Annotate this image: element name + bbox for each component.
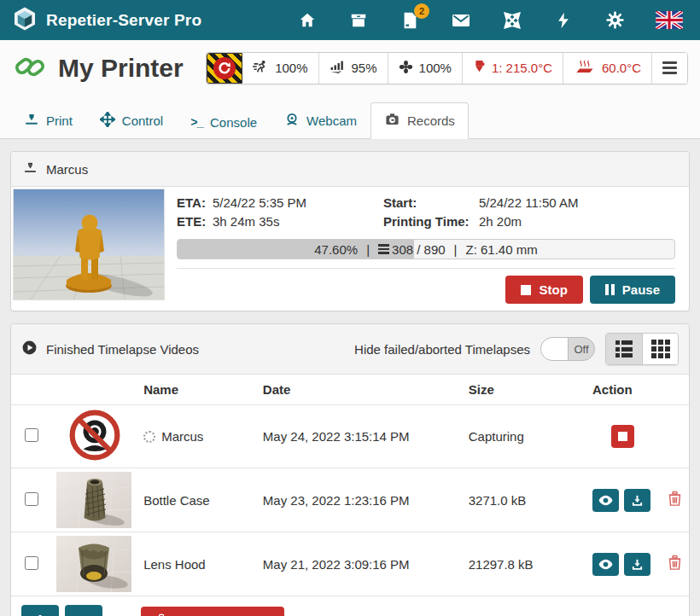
heated-bed-icon: [574, 59, 596, 77]
home-icon[interactable]: [297, 10, 318, 31]
layers-value: 308 / 890: [392, 242, 446, 257]
storage-box-icon[interactable]: [348, 10, 369, 31]
eta-value: 5/24/22 5:35 PM: [213, 195, 383, 210]
progress-percent: 47.60%: [314, 242, 358, 257]
fan-value: 100%: [419, 61, 452, 75]
tab-print[interactable]: Print: [10, 102, 86, 139]
eye-icon: [598, 495, 613, 506]
bed-temp-button[interactable]: 60.0°C: [563, 53, 652, 84]
eta-label: ETA:: [177, 195, 213, 210]
records-tab-icon: [384, 112, 400, 130]
expand-icon[interactable]: [502, 10, 522, 31]
video-name-cell: Marcus: [143, 429, 253, 444]
row-checkbox[interactable]: [25, 492, 38, 506]
hide-failed-label: Hide failed/aborted Timelapses: [354, 342, 530, 357]
fan-button[interactable]: 100%: [388, 53, 463, 84]
hide-failed-toggle[interactable]: Off: [540, 337, 595, 361]
eye-icon: [598, 559, 613, 570]
view-video-button[interactable]: [592, 489, 619, 512]
current-print-body: ETA: 5/24/22 5:35 PM Start: 5/24/22 11:5…: [11, 187, 689, 311]
video-name: Marcus: [161, 429, 203, 444]
select-all-button[interactable]: [21, 605, 59, 616]
pause-print-button[interactable]: Pause: [590, 276, 675, 304]
stop-recording-button[interactable]: [611, 425, 634, 448]
print-job-name: Marcus: [46, 162, 88, 177]
progress-layers: 308 / 890: [378, 242, 446, 257]
deselect-all-button[interactable]: [65, 605, 102, 616]
tab-control-label: Control: [122, 113, 163, 128]
delete-selected-button[interactable]: Delete Selected: [141, 607, 284, 616]
video-thumbnail[interactable]: [56, 472, 131, 528]
flow-multiplier-button[interactable]: 95%: [319, 53, 388, 84]
table-header-row: Name Date Size Action: [11, 375, 689, 405]
connection-link-icon[interactable]: [12, 49, 48, 87]
print-queue-icon[interactable]: 2: [400, 10, 420, 31]
job-divider: [177, 268, 675, 269]
row-checkbox[interactable]: [25, 556, 38, 570]
emergency-stop-button[interactable]: [207, 53, 242, 84]
timelapse-title: Finished Timelapse Videos: [46, 342, 199, 357]
speed-icon: [253, 60, 269, 76]
delete-video-button[interactable]: [666, 489, 684, 511]
download-video-button[interactable]: [624, 489, 650, 512]
toggle-knob: [541, 338, 569, 360]
list-view-icon: [615, 340, 633, 357]
video-date: May 24, 2022 3:15:14 PM: [258, 405, 464, 468]
stop-print-button[interactable]: Stop: [505, 276, 582, 304]
tab-webcam[interactable]: Webcam: [271, 102, 370, 139]
emergency-stop-icon: [213, 57, 236, 79]
table-row: Marcus May 24, 2022 3:15:14 PM Capturing: [11, 405, 689, 468]
language-flag-icon[interactable]: [656, 10, 683, 31]
hamburger-icon: [662, 61, 677, 74]
layers-icon: [378, 244, 389, 254]
repetier-logo-icon: [12, 6, 38, 34]
printing-time-value: 2h 20m: [479, 214, 675, 229]
tab-records-label: Records: [407, 113, 455, 128]
printer-status-toolbar: 100% 95%: [206, 52, 688, 84]
row-checkbox[interactable]: [25, 428, 38, 442]
power-actions-icon[interactable]: [553, 10, 574, 31]
printing-time-label: Printing Time:: [383, 214, 479, 229]
print-preview-image[interactable]: [13, 189, 165, 300]
video-size: 21297.8 kB: [464, 532, 587, 596]
video-size: 3271.0 kB: [464, 468, 587, 532]
pause-icon: [605, 284, 615, 295]
queue-count-badge: 2: [414, 3, 429, 19]
video-date: May 23, 2022 1:23:16 PM: [258, 468, 464, 532]
size-column-header: Size: [464, 375, 587, 405]
extruder-icon: [473, 60, 486, 77]
delete-video-button[interactable]: [666, 553, 684, 575]
capturing-spinner-icon: [143, 431, 155, 443]
flow-value: 95%: [352, 61, 377, 75]
printer-menu-button[interactable]: [652, 53, 687, 84]
fan-icon: [399, 60, 413, 77]
row-actions: [592, 553, 684, 576]
name-column-header: Name: [138, 375, 258, 405]
tab-console[interactable]: >_ Console: [177, 106, 271, 139]
download-icon: [631, 494, 644, 507]
thumb-column-header: [51, 375, 138, 405]
brand-link[interactable]: Repetier-Server Pro: [12, 6, 201, 34]
console-tab-icon: >_: [190, 116, 203, 130]
stop-recording-icon: [618, 432, 627, 441]
trash-icon: [668, 491, 682, 507]
ete-value: 3h 24m 35s: [213, 214, 383, 229]
settings-gear-icon[interactable]: [604, 10, 625, 31]
download-video-button[interactable]: [624, 553, 650, 576]
speed-multiplier-button[interactable]: 100%: [242, 53, 318, 84]
messages-icon[interactable]: [451, 10, 471, 31]
printer-tabs: Print Control >_ Console We: [0, 92, 700, 139]
tab-control[interactable]: Control: [86, 102, 177, 139]
view-video-button[interactable]: [592, 553, 619, 576]
grid-view-icon: [651, 340, 670, 358]
extruder-temp-button[interactable]: 1: 215.0°C: [463, 53, 563, 84]
timelapse-header: Finished Timelapse Videos Hide failed/ab…: [11, 324, 689, 375]
tab-records[interactable]: Records: [370, 102, 469, 139]
grid-view-button[interactable]: [642, 334, 678, 364]
start-value: 5/24/22 11:50 AM: [479, 195, 675, 210]
video-date: May 21, 2022 3:09:16 PM: [258, 532, 464, 596]
list-view-button[interactable]: [606, 334, 642, 364]
current-print-header: Marcus: [11, 152, 689, 187]
bed-temp-value: 60.0°C: [602, 61, 641, 75]
video-thumbnail[interactable]: [56, 536, 131, 592]
